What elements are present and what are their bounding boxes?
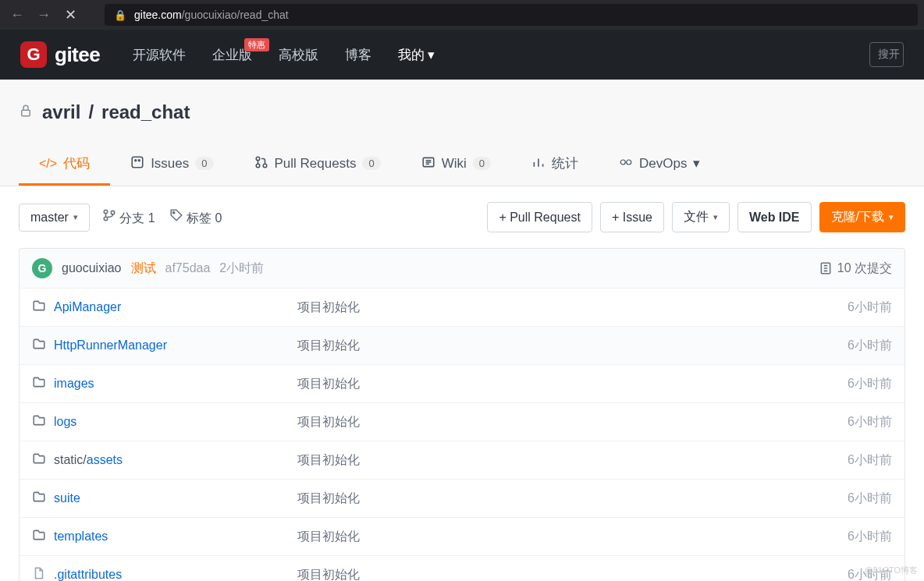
path-separator: / [88, 101, 94, 123]
nav-opensource[interactable]: 开源软件 [133, 46, 186, 64]
file-commit-message[interactable]: 项目初始化 [297, 299, 798, 316]
files-button[interactable]: 文件 ▾ [672, 202, 730, 232]
svg-rect-1 [132, 157, 143, 168]
file-time: 6小时前 [798, 452, 892, 469]
tab-devops[interactable]: DevOps ▾ [599, 143, 720, 186]
branches-link[interactable]: 分支 1 [102, 208, 155, 227]
tab-wiki[interactable]: Wiki 0 [401, 143, 511, 186]
search-input[interactable]: 搜开 [869, 42, 904, 67]
repo-title: avril / read_chat [19, 101, 905, 123]
commits-icon [819, 261, 833, 275]
repo-name-link[interactable]: read_chat [101, 101, 190, 123]
tab-stats[interactable]: 统计 [511, 143, 599, 186]
file-commit-message[interactable]: 项目初始化 [297, 414, 798, 430]
logo-text: gitee [55, 43, 100, 67]
issues-count-badge: 0 [195, 157, 213, 170]
pr-icon [254, 155, 268, 172]
branches-label: 分支 1 [119, 211, 155, 225]
commits-count-label: 10 次提交 [837, 260, 892, 277]
file-commit-message[interactable]: 项目初始化 [297, 452, 798, 469]
devops-icon [619, 155, 633, 172]
avatar[interactable]: G [32, 258, 52, 278]
new-issue-button[interactable]: + Issue [600, 202, 664, 232]
gitee-logo[interactable]: G gitee [20, 41, 100, 68]
file-name-cell: static/assets [32, 452, 297, 469]
table-row: static/assets项目初始化6小时前 [20, 441, 904, 479]
file-link[interactable]: ApiManager [54, 300, 121, 314]
commits-count-link[interactable]: 10 次提交 [819, 260, 892, 277]
commit-author[interactable]: guocuixiao [62, 261, 122, 275]
file-commit-message[interactable]: 项目初始化 [297, 338, 798, 354]
svg-point-12 [111, 211, 115, 214]
web-ide-button[interactable]: Web IDE [737, 202, 812, 232]
file-link[interactable]: .gitattributes [54, 568, 122, 581]
tags-link[interactable]: 标签 0 [169, 208, 222, 227]
tab-code[interactable]: </> 代码 [19, 143, 110, 186]
nav-university[interactable]: 高校版 [279, 46, 318, 64]
folder-icon [32, 413, 46, 430]
tab-devops-label: DevOps [639, 156, 687, 172]
nav-blog[interactable]: 博客 [345, 46, 371, 64]
commit-time: 2小时前 [219, 260, 264, 277]
file-commit-message[interactable]: 项目初始化 [297, 567, 798, 582]
repo-toolbar: master ▾ 分支 1 标签 0 + Pull Request + Issu… [0, 186, 924, 248]
file-time: 6小时前 [798, 491, 892, 507]
svg-point-5 [256, 164, 260, 168]
commit-sha[interactable]: af75daa [165, 261, 211, 275]
table-row: suite项目初始化6小时前 [20, 479, 904, 517]
files-label: 文件 [684, 209, 709, 225]
new-pr-button[interactable]: + Pull Request [487, 202, 592, 232]
tab-wiki-label: Wiki [442, 156, 467, 172]
file-time: 6小时前 [798, 376, 892, 392]
branch-selector[interactable]: master ▾ [19, 204, 90, 232]
watermark: @51CTO博客 [865, 565, 918, 576]
nav-enterprise[interactable]: 企业版 特惠 [212, 46, 252, 64]
chevron-down-icon: ▾ [713, 212, 718, 222]
file-commit-message[interactable]: 项目初始化 [297, 491, 798, 507]
url-text: gitee.com/guocuixiao/read_chat [134, 9, 289, 21]
repo-header: avril / read_chat </> 代码 Issues 0 Pull R… [0, 80, 924, 186]
back-button[interactable]: ← [6, 4, 28, 26]
tag-icon [169, 211, 187, 225]
address-bar[interactable]: 🔒 gitee.com/guocuixiao/read_chat [105, 4, 918, 26]
file-name-cell: templates [32, 528, 297, 545]
file-link[interactable]: HttpRunnerManager [54, 338, 167, 352]
wiki-count-badge: 0 [473, 157, 491, 170]
chevron-down-icon: ▾ [889, 212, 894, 222]
file-time: 6小时前 [798, 414, 892, 430]
stats-icon [531, 155, 546, 172]
repo-owner-link[interactable]: avril [42, 101, 80, 123]
table-row: HttpRunnerManager项目初始化6小时前 [20, 326, 904, 364]
file-link[interactable]: logs [54, 415, 76, 429]
chevron-down-icon: ▾ [693, 155, 700, 172]
file-list: ApiManager项目初始化6小时前HttpRunnerManager项目初始… [19, 288, 905, 581]
tab-issues[interactable]: Issues 0 [110, 143, 233, 186]
file-link[interactable]: templates [54, 530, 108, 544]
stop-button[interactable]: ✕ [59, 6, 81, 23]
branch-info: 分支 1 标签 0 [102, 208, 222, 227]
folder-icon [32, 337, 46, 354]
table-row: images项目初始化6小时前 [20, 364, 904, 402]
repo-tabs: </> 代码 Issues 0 Pull Requests 0 Wiki 0 [19, 143, 905, 186]
commit-message[interactable]: 测试 [131, 260, 156, 277]
tab-pulls[interactable]: Pull Requests 0 [234, 143, 401, 186]
svg-point-11 [104, 217, 108, 221]
tags-label: 标签 0 [187, 211, 222, 225]
main-nav: 开源软件 企业版 特惠 高校版 博客 我的 ▾ [133, 46, 435, 64]
tab-code-label: 代码 [63, 154, 90, 172]
file-link[interactable]: static/assets [54, 453, 123, 467]
file-name-cell: logs [32, 413, 297, 430]
tab-issues-label: Issues [151, 156, 189, 172]
file-commit-message[interactable]: 项目初始化 [297, 376, 798, 392]
file-icon [32, 566, 46, 581]
svg-point-9 [627, 160, 631, 165]
file-link[interactable]: images [54, 377, 94, 391]
wiki-icon [421, 155, 435, 172]
nav-mine[interactable]: 我的 ▾ [398, 46, 435, 64]
clone-button[interactable]: 克隆/下载 ▾ [819, 202, 905, 232]
svg-point-4 [256, 157, 260, 161]
file-name-cell: ApiManager [32, 299, 297, 316]
file-link[interactable]: suite [54, 491, 80, 505]
forward-button[interactable]: → [33, 4, 55, 26]
file-commit-message[interactable]: 项目初始化 [297, 529, 798, 545]
